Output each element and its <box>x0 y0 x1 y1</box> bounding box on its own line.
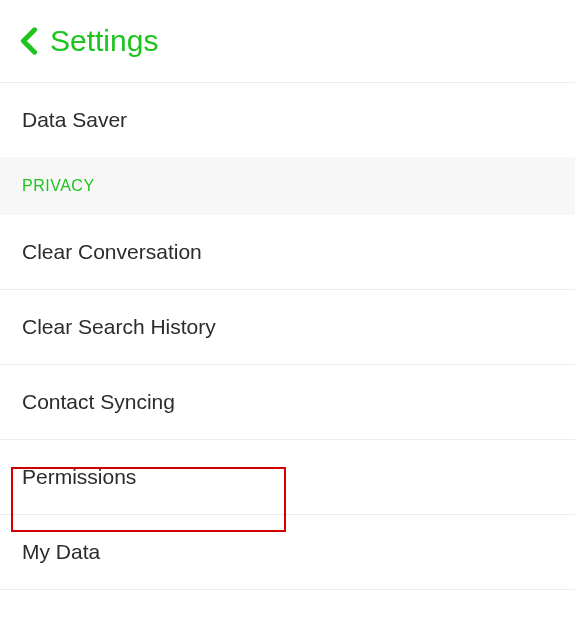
list-item-contact-syncing[interactable]: Contact Syncing <box>0 365 575 439</box>
list-item-clear-conversation[interactable]: Clear Conversation <box>0 215 575 289</box>
settings-list: Data Saver PRIVACY Clear Conversation Cl… <box>0 83 575 590</box>
page-title: Settings <box>50 24 158 58</box>
back-icon[interactable] <box>20 27 38 55</box>
section-header-privacy: PRIVACY <box>0 157 575 215</box>
list-item-my-data[interactable]: My Data <box>0 515 575 589</box>
divider <box>0 589 575 590</box>
header: Settings <box>0 0 575 82</box>
settings-screen: Settings Data Saver PRIVACY Clear Conver… <box>0 0 575 590</box>
list-item-permissions[interactable]: Permissions <box>0 440 575 514</box>
list-item-data-saver[interactable]: Data Saver <box>0 83 575 157</box>
list-item-clear-search-history[interactable]: Clear Search History <box>0 290 575 364</box>
